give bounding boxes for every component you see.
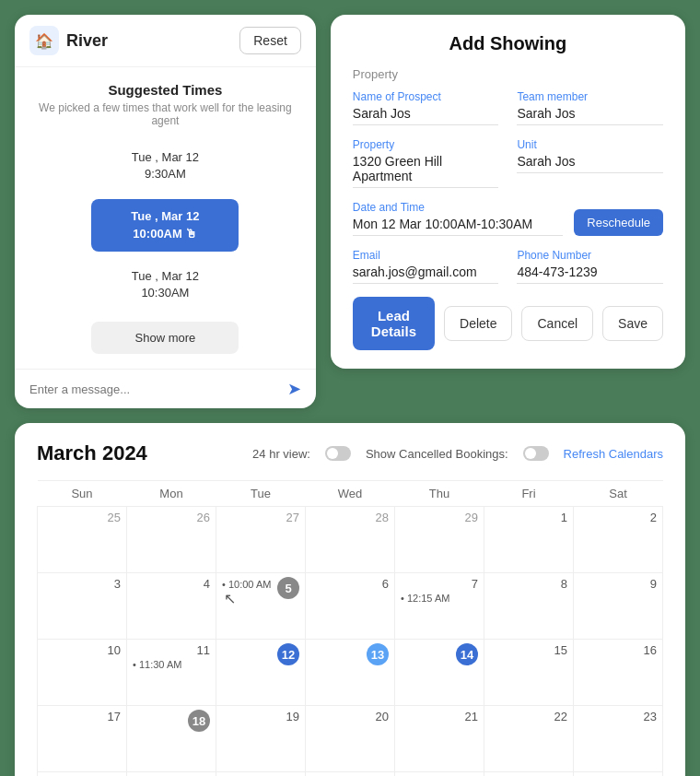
name-of-prospect-field: Name of Prospect Sarah Jos: [353, 90, 499, 125]
calendar-cell[interactable]: 29: [395, 507, 484, 573]
calendar-date: 3: [43, 577, 121, 591]
calendar-cell[interactable]: 25: [38, 507, 127, 573]
calendar-cell[interactable]: 24: [38, 772, 127, 776]
calendar-cell[interactable]: 14: [395, 640, 484, 706]
calendar-date: 2: [579, 511, 657, 524]
chat-input[interactable]: [29, 382, 280, 396]
calendar-event: 12:15 AM: [401, 593, 478, 604]
calendar-cell[interactable]: 20: [306, 706, 395, 772]
calendar-cell[interactable]: 6: [306, 573, 395, 640]
email-field: Email sarah.jos@gmail.com: [353, 249, 499, 284]
calendar-cell[interactable]: 25: [127, 772, 216, 776]
unit-label: Unit: [517, 138, 663, 151]
calendar-cell[interactable]: 8: [484, 573, 574, 640]
day-tue: Tue: [216, 481, 306, 507]
calendar-date: 9: [579, 577, 657, 591]
add-showing-panel: Add Showing Property Name of Prospect Sa…: [331, 15, 685, 369]
calendar-cell[interactable]: 13: [306, 640, 395, 706]
calendar-cell[interactable]: 15: [484, 640, 574, 706]
calendar-header: March 2024 24 hr view: Show Cancelled Bo…: [37, 441, 663, 465]
calendar-date: 19: [222, 710, 299, 723]
calendar-date: 25: [43, 511, 121, 524]
calendar-date: 8: [490, 577, 567, 591]
calendar-cell[interactable]: 3: [38, 573, 127, 640]
calendar-cell[interactable]: 26: [216, 772, 306, 776]
calendar-cell[interactable]: 16: [574, 640, 663, 706]
cancel-button[interactable]: Cancel: [521, 306, 593, 341]
date-time-field: Date and Time Mon 12 Mar 10:00AM-10:30AM: [353, 201, 564, 236]
calendar-cell[interactable]: 26: [127, 507, 216, 573]
panel-title: Add Showing: [353, 33, 663, 54]
calendar-cell[interactable]: 23: [574, 706, 663, 772]
name-of-prospect-label: Name of Prospect: [353, 90, 499, 103]
chat-body: Suggested Times We picked a few times th…: [15, 67, 316, 369]
calendar-date: 17: [43, 710, 121, 723]
team-member-label: Team member: [517, 90, 663, 103]
calendar-cell[interactable]: 27: [216, 507, 306, 573]
calendar-controls: 24 hr view: Show Cancelled Bookings: Ref…: [252, 446, 663, 461]
calendar-badge: 18: [188, 710, 210, 732]
calendar-cell[interactable]: 29: [484, 772, 574, 776]
calendar-date: 20: [311, 710, 389, 723]
reschedule-button[interactable]: Reschedule: [574, 209, 663, 236]
phone-value: 484-473-1239: [517, 265, 663, 284]
property-value: 1320 Green Hill Apartment: [353, 154, 499, 188]
day-sat: Sat: [574, 481, 663, 507]
hr-view-toggle[interactable]: [325, 446, 351, 461]
property-section-label: Property: [353, 67, 663, 81]
calendar-cell[interactable]: 28: [306, 507, 395, 573]
show-more-button[interactable]: Show more: [91, 322, 239, 354]
time-slot-3[interactable]: Tue , Mar 1210:30AM: [91, 259, 239, 311]
day-mon: Mon: [127, 481, 216, 507]
team-member-value: Sarah Jos: [517, 106, 663, 125]
calendar-cell[interactable]: 17: [38, 706, 127, 772]
date-time-label: Date and Time: [353, 201, 564, 214]
calendar-cell[interactable]: 510:00 AM↖: [216, 573, 306, 640]
calendar-cell[interactable]: 27: [306, 772, 395, 776]
calendar-table: Sun Mon Tue Wed Thu Fri Sat 252627282912…: [37, 480, 663, 776]
delete-button[interactable]: Delete: [444, 306, 512, 341]
home-icon: 🏠: [29, 26, 59, 55]
calendar-event: 11:30 AM: [133, 659, 210, 670]
calendar-cell[interactable]: 9: [574, 573, 663, 640]
day-thu: Thu: [395, 481, 484, 507]
calendar-cell[interactable]: 712:15 AM: [395, 573, 484, 640]
calendar-month: March 2024: [37, 441, 147, 465]
lead-details-button[interactable]: Lead Details: [353, 297, 435, 350]
suggested-times-title: Suggested Times: [108, 82, 222, 98]
calendar-cell[interactable]: 12: [216, 640, 306, 706]
calendar-cell[interactable]: 30: [574, 772, 663, 776]
time-slot-1[interactable]: Tue , Mar 129:30AM: [91, 140, 239, 192]
reset-button[interactable]: Reset: [239, 27, 301, 54]
day-fri: Fri: [484, 481, 574, 507]
calendar-cell[interactable]: 4: [127, 573, 216, 640]
send-icon[interactable]: ➤: [287, 379, 301, 399]
calendar-week-1: 34510:00 AM↖6712:15 AM89: [38, 573, 663, 640]
calendar-date: 4: [133, 577, 210, 591]
refresh-calendars-button[interactable]: Refresh Calendars: [564, 447, 663, 461]
save-button[interactable]: Save: [602, 306, 663, 341]
form-grid-top: Name of Prospect Sarah Jos Team member S…: [353, 90, 663, 188]
calendar-cell[interactable]: 10: [38, 640, 127, 706]
calendar-cell[interactable]: 22: [484, 706, 574, 772]
calendar-week-3: 17181920212223: [38, 706, 663, 772]
calendar-cell[interactable]: 18: [127, 706, 216, 772]
phone-label: Phone Number: [517, 249, 663, 262]
calendar-date: 23: [579, 710, 657, 723]
time-slot-2[interactable]: Tue , Mar 1210:00AM 🖱: [91, 199, 239, 251]
calendar-date: 22: [490, 710, 567, 723]
cancelled-label: Show Cancelled Bookings:: [366, 447, 508, 461]
calendar-cell[interactable]: 1: [484, 507, 574, 573]
calendar-cell[interactable]: 19: [216, 706, 306, 772]
cancelled-toggle[interactable]: [523, 446, 549, 461]
calendar-cell[interactable]: 28: [395, 772, 484, 776]
email-value: sarah.jos@gmail.com: [353, 265, 499, 284]
calendar-cell[interactable]: 21: [395, 706, 484, 772]
name-of-prospect-value: Sarah Jos: [353, 106, 499, 125]
calendar-badge: 12: [277, 643, 299, 665]
calendar-week-2: 101111:30 AM1213141516: [38, 640, 663, 706]
calendar-date: 28: [311, 511, 389, 524]
calendar-cell[interactable]: 1111:30 AM: [127, 640, 216, 706]
calendar-cell[interactable]: 2: [574, 507, 663, 573]
calendar-date: 21: [401, 710, 478, 723]
